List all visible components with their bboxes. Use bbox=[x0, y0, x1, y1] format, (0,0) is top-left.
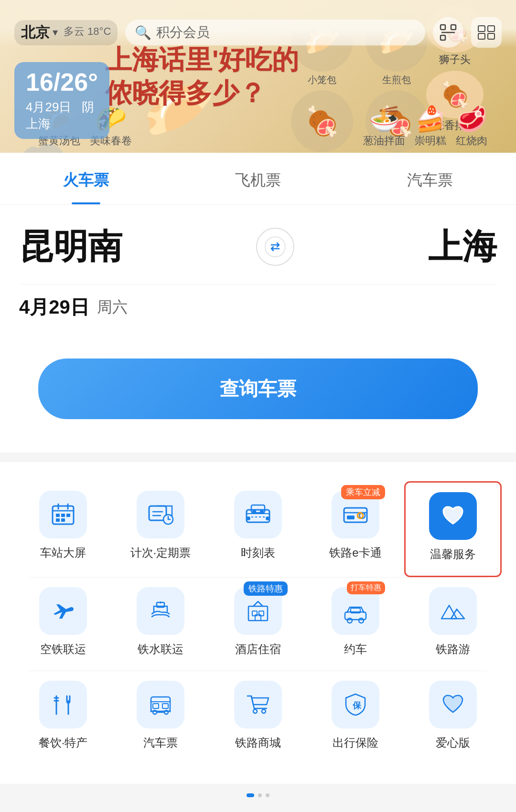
svg-rect-24 bbox=[247, 510, 269, 522]
service-accessible[interactable]: 爱心版 bbox=[404, 671, 502, 764]
departure-station[interactable]: 昆明南 bbox=[19, 224, 122, 270]
location-button[interactable]: 北京 ▾ 多云 18°C bbox=[14, 20, 118, 45]
search-bar[interactable]: 🔍 积分会员 bbox=[125, 20, 425, 45]
svg-rect-4 bbox=[478, 26, 485, 32]
svg-rect-2 bbox=[441, 35, 445, 40]
service-rail-card[interactable]: 乘车立减 铁路e卡通 bbox=[307, 481, 404, 577]
tabs-row: 火车票 飞机票 汽车票 bbox=[0, 153, 516, 205]
car-icon bbox=[342, 598, 369, 624]
svg-point-8 bbox=[265, 237, 285, 257]
search-label: 积分会员 bbox=[156, 23, 210, 42]
search-icon: 🔍 bbox=[135, 25, 151, 41]
air-rail-icon bbox=[50, 598, 76, 624]
rail-card-icon bbox=[342, 501, 369, 528]
svg-point-28 bbox=[260, 510, 264, 514]
weather-date: 4月29日 bbox=[26, 100, 71, 114]
tab-flight[interactable]: 飞机票 bbox=[172, 153, 344, 204]
weather-temp: 多云 18°C bbox=[64, 24, 111, 39]
more-button[interactable] bbox=[471, 17, 502, 48]
calendar-icon bbox=[50, 501, 76, 528]
route-row: 昆明南 上海 bbox=[19, 224, 497, 270]
weather-date-row: 4月29日 阴 bbox=[26, 99, 98, 116]
weather-city: 上海 bbox=[26, 116, 98, 132]
scan-button[interactable] bbox=[433, 17, 463, 48]
shield-icon: 保 bbox=[342, 691, 369, 718]
heart-service-icon bbox=[440, 503, 466, 529]
tab-bus[interactable]: 汽车票 bbox=[344, 153, 516, 204]
service-periodic-ticket[interactable]: 计次·定期票 bbox=[112, 481, 209, 577]
service-grid-row1: 车站大屏 计次·定期票 bbox=[14, 481, 502, 577]
svg-rect-5 bbox=[488, 26, 494, 32]
svg-point-54 bbox=[253, 709, 257, 713]
svg-rect-49 bbox=[153, 704, 159, 708]
scan-icon bbox=[440, 24, 457, 41]
svg-point-27 bbox=[252, 510, 256, 514]
service-bus-ticket[interactable]: 汽车票 bbox=[112, 671, 209, 764]
weather-range: 16/26° bbox=[26, 69, 98, 96]
svg-rect-6 bbox=[478, 33, 485, 39]
grid-icon bbox=[478, 25, 495, 40]
weather-badge: 16/26° 4月29日 阴 上海 bbox=[14, 62, 109, 139]
mountain-icon bbox=[440, 598, 466, 624]
badge-ride-discount: 乘车立减 bbox=[341, 485, 385, 499]
food-icon bbox=[50, 691, 76, 718]
weather-condition: 阴 bbox=[82, 100, 94, 114]
svg-text:保: 保 bbox=[352, 701, 362, 710]
periodic-ticket-icon bbox=[147, 501, 174, 528]
services-section: 车站大屏 计次·定期票 bbox=[0, 462, 516, 784]
badge-car-special: 打车特惠 bbox=[347, 581, 385, 594]
ship-icon bbox=[147, 598, 174, 624]
svg-rect-17 bbox=[61, 518, 65, 522]
svg-rect-7 bbox=[488, 33, 494, 39]
swap-button[interactable] bbox=[256, 228, 294, 266]
service-timetable[interactable]: 时刻表 bbox=[209, 481, 307, 577]
dot-2 bbox=[266, 793, 269, 797]
banner-title: 上海话里'好吃的 侬晓得多少？ bbox=[105, 43, 299, 110]
service-taxi[interactable]: 打车特惠 约车 bbox=[307, 578, 404, 671]
date-row[interactable]: 4月29日 周六 bbox=[19, 284, 497, 330]
hotel-icon bbox=[245, 598, 271, 624]
service-food-special[interactable]: 餐饮·特产 bbox=[14, 671, 112, 764]
svg-rect-13 bbox=[56, 514, 60, 517]
timetable-icon bbox=[245, 501, 271, 528]
service-station-screen[interactable]: 车站大屏 bbox=[14, 481, 112, 577]
service-rail-tour[interactable]: 铁路游 bbox=[404, 578, 502, 671]
dot-1 bbox=[258, 793, 262, 797]
arrival-station[interactable]: 上海 bbox=[428, 224, 497, 270]
svg-point-55 bbox=[262, 709, 266, 713]
service-warm-service[interactable]: 温馨服务 bbox=[404, 481, 502, 577]
tab-train[interactable]: 火车票 bbox=[0, 153, 172, 204]
dot-active bbox=[247, 793, 254, 797]
service-air-rail[interactable]: 空铁联运 bbox=[14, 578, 112, 671]
header-banner: 🥟 小笼包 🥟 生煎包 🍖 狮子头 🍖 蒜香排骨 🍖 狮子头 bbox=[0, 0, 516, 153]
service-water-rail[interactable]: 铁水联运 bbox=[112, 578, 209, 671]
svg-rect-0 bbox=[441, 25, 445, 30]
svg-rect-15 bbox=[66, 514, 70, 517]
svg-rect-34 bbox=[347, 516, 355, 519]
service-insurance[interactable]: 保 出行保险 bbox=[307, 671, 404, 764]
banner-food-row-right: 🍜 葱油拌面 🍰 崇明糕 🥩 红烧肉 bbox=[363, 105, 487, 148]
heart-accessible-icon bbox=[440, 691, 466, 718]
cart-icon bbox=[245, 691, 271, 718]
svg-rect-39 bbox=[248, 606, 268, 621]
scroll-indicator bbox=[0, 784, 516, 812]
swap-icon bbox=[265, 236, 286, 257]
main-content: 火车票 飞机票 汽车票 昆明南 上海 bbox=[0, 153, 516, 812]
svg-rect-50 bbox=[162, 704, 168, 708]
svg-point-30 bbox=[247, 517, 250, 520]
service-hotel[interactable]: 铁路特惠 酒店住宿 bbox=[209, 578, 307, 671]
service-grid-row3: 餐饮·特产 汽车票 bbox=[14, 671, 502, 764]
svg-point-44 bbox=[347, 618, 352, 623]
service-grid-row2: 空铁联运 铁水联运 bbox=[14, 578, 502, 671]
bus-icon bbox=[147, 691, 174, 718]
svg-rect-16 bbox=[56, 518, 60, 522]
chevron-down-icon: ▾ bbox=[53, 26, 58, 39]
service-rail-shop[interactable]: 铁路商城 bbox=[209, 671, 307, 764]
badge-hotel-special: 铁路特惠 bbox=[244, 581, 288, 596]
svg-rect-14 bbox=[61, 514, 65, 517]
svg-rect-1 bbox=[451, 25, 456, 30]
svg-point-31 bbox=[266, 517, 269, 520]
svg-point-51 bbox=[153, 710, 157, 714]
search-ticket-button[interactable]: 查询车票 bbox=[38, 359, 478, 419]
search-section: 查询车票 bbox=[0, 344, 516, 453]
